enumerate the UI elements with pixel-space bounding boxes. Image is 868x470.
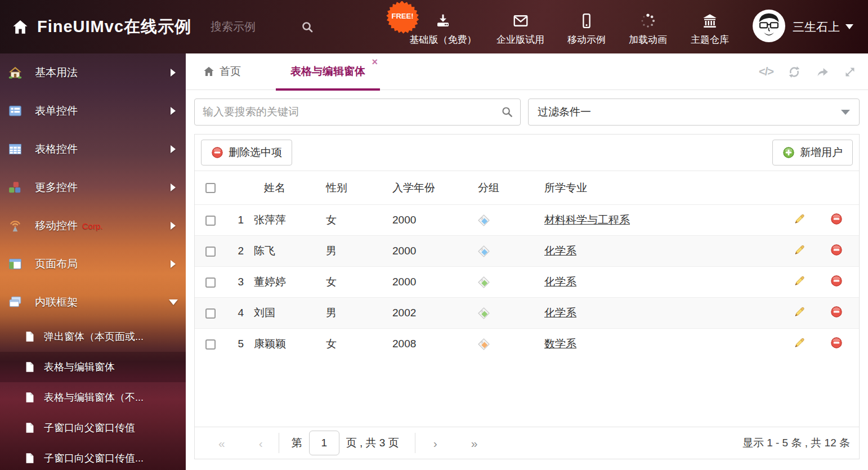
row-index: 3: [226, 267, 247, 298]
nav-item-loading-animation[interactable]: 加载动画: [618, 0, 678, 53]
row-checkbox[interactable]: [205, 247, 216, 257]
divider: [279, 433, 279, 453]
next-page-button[interactable]: ›: [433, 437, 437, 449]
sidebar-item-grid-controls[interactable]: 表格控件: [0, 130, 186, 168]
student-name: 董婷婷: [247, 267, 321, 298]
student-name: 康颖颖: [247, 329, 321, 360]
user-menu[interactable]: 三生石上: [793, 0, 853, 53]
delete-row-icon[interactable]: [830, 213, 843, 228]
sidebar-item-label: 内联框架: [35, 295, 78, 310]
keyword-search-input[interactable]: [194, 99, 521, 126]
page-icon: [24, 361, 36, 373]
nav-label: 加载动画: [629, 33, 667, 46]
share-icon[interactable]: [815, 65, 830, 79]
row-checkbox[interactable]: [205, 308, 216, 319]
student-major-link[interactable]: 化学系: [544, 276, 576, 288]
nav-item-enterprise-trial[interactable]: 企业版试用: [485, 0, 556, 53]
grid-panel: 删除选中项 新增用户: [194, 134, 860, 459]
pagination-bar: « ‹ 第 页 , 共 3 页 › » 显示 1 - 5 条 , 共 12 条: [195, 427, 859, 459]
sidebar-item-label: 基本用法: [35, 65, 78, 80]
student-major-link[interactable]: 化学系: [544, 245, 576, 257]
student-major-link[interactable]: 材料科学与工程系: [544, 214, 630, 226]
nav-item-basic-edition[interactable]: 基础版（免费）: [401, 0, 485, 53]
tab-home[interactable]: 首页: [203, 64, 241, 79]
grid-toolbar: 删除选中项 新增用户: [195, 135, 859, 171]
sidebar-subitem-child-to-parent-2[interactable]: 子窗口向父窗口传值...: [0, 443, 186, 470]
tab-toolbar: </>: [759, 53, 857, 90]
edit-icon[interactable]: [793, 337, 806, 352]
column-header-name: 姓名: [247, 171, 321, 205]
select-all-checkbox[interactable]: [205, 183, 216, 193]
row-checkbox[interactable]: [205, 339, 216, 350]
sidebar-subitem-label: 弹出窗体（本页面或...: [44, 330, 144, 343]
sidebar-item-label: 表单控件: [35, 104, 78, 118]
filter-dropdown[interactable]: 过滤条件一: [528, 99, 860, 126]
page-icon: [24, 422, 36, 434]
chevron-right-icon: [171, 183, 176, 191]
last-page-button[interactable]: »: [471, 437, 478, 449]
layout-icon: [8, 257, 23, 271]
tab-bar: 首页 表格与编辑窗体 × </>: [186, 53, 868, 90]
close-icon[interactable]: ×: [372, 57, 378, 67]
student-major-link[interactable]: 化学系: [544, 307, 576, 319]
student-major-link[interactable]: 数学系: [544, 338, 576, 350]
nav-item-mobile-demo[interactable]: 移动示例: [556, 0, 618, 53]
page-prefix: 第: [292, 436, 302, 450]
sidebar-item-more-controls[interactable]: 更多控件: [0, 168, 186, 207]
delete-selected-button[interactable]: 删除选中项: [201, 140, 292, 165]
delete-row-icon[interactable]: [830, 275, 843, 290]
column-header-edit: [785, 171, 814, 205]
edit-icon[interactable]: [793, 244, 806, 259]
tag-icon: [478, 307, 490, 319]
sidebar-item-mobile-controls[interactable]: 移动控件 Corp.: [0, 207, 186, 245]
header-search-input[interactable]: [211, 20, 301, 33]
row-checkbox[interactable]: [205, 216, 216, 226]
edit-icon[interactable]: [793, 306, 806, 321]
student-group: [473, 329, 540, 360]
home-icon[interactable]: [11, 18, 29, 36]
chevron-right-icon: [171, 260, 176, 268]
search-icon[interactable]: [501, 106, 513, 118]
sidebar-subitem-grid-edit-window-2[interactable]: 表格与编辑窗体（不...: [0, 382, 186, 413]
avatar[interactable]: [753, 10, 785, 42]
table-row: 5 康颖颖 女 2008 数学系: [195, 329, 859, 360]
tab-grid-edit-window[interactable]: 表格与编辑窗体 ×: [276, 53, 380, 90]
table-row: 3 董婷婷 女 2000 化学系: [195, 267, 859, 298]
page-number-input[interactable]: [309, 431, 339, 455]
row-checkbox[interactable]: [205, 277, 216, 288]
refresh-icon[interactable]: [787, 65, 802, 79]
add-user-button[interactable]: 新增用户: [772, 140, 853, 165]
add-user-label: 新增用户: [800, 145, 843, 160]
download-icon: [435, 12, 451, 29]
delete-row-icon[interactable]: [830, 244, 843, 259]
student-year: 2000: [388, 267, 473, 298]
table-row: 4 刘国 男 2002 化学系: [195, 298, 859, 329]
sidebar-item-form-controls[interactable]: 表单控件: [0, 92, 186, 130]
student-year: 2002: [388, 298, 473, 329]
student-year: 2008: [388, 329, 473, 360]
sidebar-item-basic-usage[interactable]: 基本用法: [0, 53, 186, 92]
page-icon: [24, 330, 36, 343]
header-search: [211, 20, 323, 34]
source-code-icon[interactable]: </>: [759, 65, 773, 78]
minus-circle-icon: [211, 146, 223, 159]
delete-row-icon[interactable]: [830, 337, 843, 352]
first-page-button[interactable]: «: [218, 437, 225, 449]
sidebar-subitem-grid-edit-window[interactable]: 表格与编辑窗体: [0, 352, 186, 382]
edit-icon[interactable]: [793, 213, 806, 228]
delete-row-icon[interactable]: [830, 306, 843, 321]
bank-icon: [701, 12, 719, 29]
search-icon[interactable]: [301, 20, 314, 34]
prev-page-button[interactable]: ‹: [259, 437, 263, 449]
sidebar-subitem-child-to-parent[interactable]: 子窗口向父窗口传值: [0, 413, 186, 443]
edit-icon[interactable]: [793, 275, 806, 290]
sidebar-item-inline-frame[interactable]: 内联框架: [0, 283, 186, 321]
expand-icon[interactable]: [843, 65, 857, 79]
nav-item-theme-repo[interactable]: 主题仓库: [678, 0, 741, 53]
envelope-icon: [512, 12, 530, 29]
sidebar-item-page-layout[interactable]: 页面布局: [0, 245, 186, 283]
sidebar-subitem-popup-window[interactable]: 弹出窗体（本页面或...: [0, 321, 186, 352]
student-group: [473, 205, 540, 236]
divider: [415, 433, 415, 453]
student-group: [473, 236, 540, 267]
